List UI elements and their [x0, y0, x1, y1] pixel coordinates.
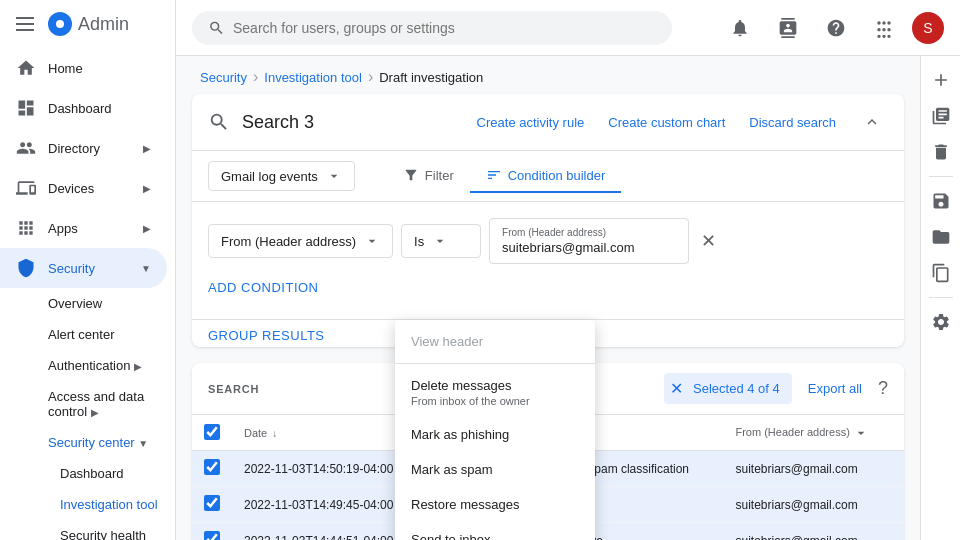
sidebar-item-dashboard[interactable]: Dashboard — [0, 88, 167, 128]
condition-value-label: From (Header address) — [502, 227, 676, 238]
search-input[interactable] — [233, 20, 656, 36]
condition-field-label: From (Header address) — [221, 234, 356, 249]
sidebar-item-devices[interactable]: Devices ▶ — [0, 168, 167, 208]
sidebar-item-security-center[interactable]: Security center ▼ — [48, 427, 175, 458]
help-icon[interactable]: ? — [878, 378, 888, 399]
tab-condition-builder[interactable]: Condition builder — [470, 159, 622, 193]
selected-bar: ✕ Selected 4 of 4 — [664, 373, 792, 404]
security-icon — [16, 258, 36, 278]
sidebar-item-sc-dashboard[interactable]: Dashboard — [60, 458, 175, 489]
discard-search-button[interactable]: Discard search — [741, 111, 844, 134]
condition-value-input[interactable]: From (Header address) suitebriars@gmail.… — [489, 218, 689, 264]
apps-icon — [16, 218, 36, 238]
breadcrumb-investigation[interactable]: Investigation tool — [264, 70, 362, 85]
help-button[interactable] — [816, 8, 856, 48]
rp-add-button[interactable] — [925, 64, 957, 96]
sidebar-item-investigation-tool[interactable]: Investigation tool — [60, 489, 175, 520]
rp-folder-button[interactable] — [925, 221, 957, 253]
clear-selection-button[interactable]: ✕ — [668, 377, 685, 400]
dashboard-icon — [16, 98, 36, 118]
row-checkbox[interactable] — [204, 531, 220, 540]
context-menu-send-to-inbox[interactable]: Send to inbox — [395, 522, 595, 540]
filter-tab-label: Filter — [425, 168, 454, 183]
condition-value-text: suitebriars@gmail.com — [502, 240, 634, 255]
sidebar-item-access-data[interactable]: Access and data control ▶ — [48, 381, 175, 427]
rp-delete-button[interactable] — [925, 136, 957, 168]
sidebar-item-directory[interactable]: Directory ▶ — [0, 128, 167, 168]
security-label: Security — [48, 261, 129, 276]
select-all-checkbox[interactable] — [204, 424, 220, 440]
context-menu: View headerDelete messagesFrom inbox of … — [395, 320, 595, 540]
context-menu-mark-phishing[interactable]: Mark as phishing — [395, 417, 595, 452]
rp-settings-button[interactable] — [925, 306, 957, 338]
directory-label: Directory — [48, 141, 131, 156]
rp-move-up-button[interactable] — [925, 100, 957, 132]
selected-count: Selected 4 of 4 — [693, 381, 780, 396]
search-panel-header: Search 3 Create activity rule Create cus… — [192, 94, 904, 151]
dashboard-label: Dashboard — [48, 101, 151, 116]
condition-operator-selector[interactable]: Is — [401, 224, 481, 258]
context-menu-mark-spam[interactable]: Mark as spam — [395, 452, 595, 487]
devices-label: Devices — [48, 181, 131, 196]
row-from: suitebriars@gmail.com — [723, 523, 904, 541]
rp-save-button[interactable] — [925, 185, 957, 217]
rp-copy-button[interactable] — [925, 257, 957, 289]
condition-field-selector[interactable]: From (Header address) — [208, 224, 393, 258]
data-source-selector[interactable]: Gmail log events — [208, 161, 355, 191]
clear-condition-button[interactable]: ✕ — [697, 226, 720, 256]
group-results-button[interactable]: GROUP RESULTS — [208, 328, 325, 343]
directory-icon — [16, 138, 36, 158]
sidebar-item-home[interactable]: Home — [0, 48, 167, 88]
breadcrumb-sep-2: › — [368, 68, 373, 86]
sidebar-item-security-health[interactable]: Security health — [60, 520, 175, 540]
filter-tabs: Filter Condition builder — [387, 159, 621, 193]
create-custom-chart-button[interactable]: Create custom chart — [600, 111, 733, 134]
admin-logo: Admin — [48, 12, 129, 36]
sidebar-item-security[interactable]: Security ▼ — [0, 248, 167, 288]
col-from: From (Header address) — [723, 415, 904, 451]
apps-label: Apps — [48, 221, 131, 236]
search-title: Search 3 — [242, 112, 457, 133]
right-panel — [920, 56, 960, 540]
create-activity-rule-button[interactable]: Create activity rule — [469, 111, 593, 134]
add-condition-button[interactable]: ADD CONDITION — [208, 280, 319, 295]
data-source-label: Gmail log events — [221, 169, 318, 184]
sidebar-item-apps[interactable]: Apps ▶ — [0, 208, 167, 248]
breadcrumb-current: Draft investigation — [379, 70, 483, 85]
filter-bar: Gmail log events Filter Condition builde… — [192, 151, 904, 202]
row-checkbox[interactable] — [204, 459, 220, 475]
sidebar-item-overview[interactable]: Overview — [48, 288, 175, 319]
sidebar-item-authentication[interactable]: Authentication ▶ — [48, 350, 175, 381]
hamburger-button[interactable] — [16, 12, 40, 36]
search-icon — [208, 19, 225, 37]
devices-expand-icon: ▶ — [143, 183, 151, 194]
devices-icon — [16, 178, 36, 198]
rp-divider-1 — [929, 176, 953, 177]
global-search-bar[interactable] — [192, 11, 672, 45]
search-panel: Search 3 Create activity rule Create cus… — [192, 94, 904, 347]
breadcrumb-security[interactable]: Security — [200, 70, 247, 85]
row-checkbox[interactable] — [204, 495, 220, 511]
sort-icon: ↓ — [272, 428, 277, 439]
sidebar-item-alert-center[interactable]: Alert center — [48, 319, 175, 350]
context-menu-divider — [395, 363, 595, 364]
contacts-button[interactable] — [768, 8, 808, 48]
export-button[interactable]: Export all — [808, 381, 862, 396]
collapse-panel-button[interactable] — [856, 106, 888, 138]
search-actions: Create activity rule Create custom chart… — [469, 111, 844, 134]
logo-icon — [48, 12, 72, 36]
tab-filter[interactable]: Filter — [387, 159, 470, 193]
rp-divider-2 — [929, 297, 953, 298]
context-menu-restore-messages[interactable]: Restore messages — [395, 487, 595, 522]
directory-expand-icon: ▶ — [143, 143, 151, 154]
notifications-button[interactable] — [720, 8, 760, 48]
breadcrumb: Security › Investigation tool › Draft in… — [176, 56, 920, 94]
col-expand-icon — [853, 425, 869, 441]
sidebar: Admin Home Dashboard Directory ▶ Devices… — [0, 0, 176, 540]
user-avatar[interactable]: S — [912, 12, 944, 44]
security-center-subitems: Dashboard Investigation tool Security he… — [48, 458, 175, 540]
condition-builder-tab-label: Condition builder — [508, 168, 606, 183]
condition-operator-label: Is — [414, 234, 424, 249]
apps-grid-button[interactable] — [864, 8, 904, 48]
context-menu-delete-messages[interactable]: Delete messagesFrom inbox of the owner — [395, 368, 595, 417]
